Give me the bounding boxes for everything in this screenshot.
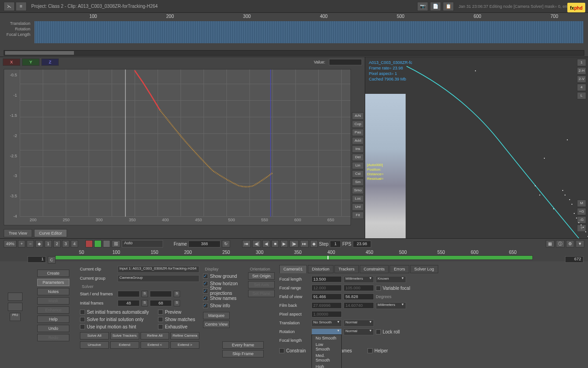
use-hint-check[interactable]: [80, 324, 85, 329]
parameters-button[interactable]: Parameters: [37, 279, 69, 286]
timeline-end[interactable]: 672: [565, 256, 583, 263]
btn-loc[interactable]: Loc: [352, 195, 364, 202]
dd-high-smooth[interactable]: High Smooth: [312, 363, 341, 368]
playhead[interactable]: [328, 256, 328, 259]
aspect-input[interactable]: [311, 311, 342, 317]
exhaustive-check[interactable]: [158, 324, 163, 329]
btn-unl[interactable]: Unl: [352, 203, 364, 211]
tab-trackers[interactable]: Trackers: [334, 265, 359, 273]
tab-camera01[interactable]: Camera01: [279, 265, 307, 273]
focal-input[interactable]: [311, 276, 342, 282]
vp-layout-4[interactable]: 4: [577, 84, 586, 91]
prj-icon[interactable]: PRJ: [10, 313, 21, 321]
set-auto-check[interactable]: [80, 310, 85, 315]
key-nav-icon[interactable]: ◆: [310, 240, 318, 247]
value-input[interactable]: [329, 59, 362, 65]
focal-known-dd[interactable]: Known: [376, 276, 406, 283]
enhance-button[interactable]: Enhance: [37, 306, 69, 314]
frame-input[interactable]: [188, 241, 220, 247]
focal-unit-dd[interactable]: Millimeters: [344, 276, 374, 283]
solve-all-button[interactable]: Solve All: [80, 332, 109, 339]
play-icon[interactable]: ▶: [280, 240, 288, 247]
vp-layout-2v[interactable]: 2-V: [577, 75, 586, 83]
chain-icon[interactable]: ⛓: [112, 240, 120, 247]
trans-smooth-dd[interactable]: No Smooth: [311, 320, 342, 327]
zoom-out-icon[interactable]: −: [27, 240, 34, 247]
vp-plus-g[interactable]: +G: [577, 208, 586, 215]
solve-trackers-button[interactable]: Solve Trackers: [110, 332, 139, 339]
btn-fit[interactable]: Fit: [352, 212, 364, 219]
show-info-check[interactable]: [203, 303, 208, 308]
tab-tree-view[interactable]: Tree View: [4, 229, 32, 237]
redo-button[interactable]: Redo: [37, 334, 69, 341]
btn-cop[interactable]: Cop: [352, 121, 364, 128]
doc-icon[interactable]: 📄: [430, 2, 441, 11]
go-start-icon[interactable]: ⏮: [242, 240, 251, 247]
refine-all-button[interactable]: Refine All: [141, 332, 170, 339]
film2-input[interactable]: [344, 302, 374, 309]
film1-input[interactable]: [311, 302, 342, 309]
undo-button[interactable]: Undo: [37, 325, 69, 332]
node-icon-2[interactable]: [8, 303, 23, 311]
tab-solver-log[interactable]: Solver Log: [410, 265, 438, 273]
auto-dropdown[interactable]: Auto: [122, 240, 163, 247]
range1-input[interactable]: [311, 285, 342, 291]
tab-errors[interactable]: Errors: [390, 265, 409, 273]
btn-add[interactable]: Add: [352, 137, 364, 144]
preview-check[interactable]: [158, 310, 163, 315]
notes-button[interactable]: Notes: [37, 288, 69, 295]
btn-pas[interactable]: Pas: [352, 129, 364, 136]
graph-mode-icon[interactable]: ⋋: [4, 2, 15, 11]
extend-button[interactable]: Extend: [110, 341, 139, 349]
tl-opt2-icon[interactable]: ⓘ: [556, 240, 565, 247]
constrain-check[interactable]: [279, 348, 284, 353]
initial2-input[interactable]: [150, 300, 172, 306]
c-button[interactable]: C: [48, 256, 56, 264]
create-button[interactable]: Create: [37, 270, 69, 277]
axis-z-button[interactable]: Z: [41, 58, 59, 66]
show-names-check[interactable]: [203, 296, 208, 301]
key-icon[interactable]: ◆: [35, 240, 43, 247]
show-proj-check[interactable]: [203, 288, 208, 293]
vp-layout-l[interactable]: L: [577, 92, 586, 99]
go-end-icon[interactable]: ⏭: [300, 240, 309, 247]
btn-smo[interactable]: Smo: [352, 187, 364, 194]
num-2[interactable]: 2: [53, 240, 61, 247]
rot-mode-dd[interactable]: Normal: [344, 328, 374, 335]
marquee-button[interactable]: Marquee: [203, 312, 230, 319]
dd-med-smooth[interactable]: Med. Smooth: [312, 352, 341, 363]
step-back-icon[interactable]: ◀|: [252, 240, 261, 247]
loop-icon[interactable]: ↻: [222, 240, 230, 247]
vp-m[interactable]: M: [577, 200, 586, 207]
viewport-3d[interactable]: A013_C003_0308ZR-fc Frame rate= 23.98 Pi…: [365, 57, 588, 238]
list-mode-icon[interactable]: ≡: [16, 2, 27, 11]
zoom-in-icon[interactable]: +: [18, 240, 25, 247]
tl-opt1-icon[interactable]: ▦: [546, 240, 554, 247]
refine-camera-button[interactable]: Refine Camera: [170, 332, 199, 339]
tab-constraints[interactable]: Constraints: [360, 265, 389, 273]
set-origin-button[interactable]: Set Origin: [248, 272, 275, 280]
num-4[interactable]: 4: [71, 240, 78, 247]
num-3[interactable]: 3: [62, 240, 69, 247]
end-frame-input[interactable]: [150, 291, 172, 297]
timeline-ruler[interactable]: 50100 150200 250300 350400 450500 550600…: [55, 250, 533, 261]
unsolve-button[interactable]: Unsolve: [80, 341, 109, 349]
initial1-input[interactable]: [118, 300, 140, 306]
color-gray-icon[interactable]: [103, 240, 110, 247]
dd-no-smooth[interactable]: No Smooth: [312, 335, 341, 341]
axis-x-button[interactable]: X: [3, 58, 20, 66]
btn-an[interactable]: A/N: [352, 112, 364, 120]
track-rows[interactable]: [34, 21, 583, 43]
skip-frame-button[interactable]: Skip Frame: [222, 350, 264, 357]
graph-canvas[interactable]: -0.5 -1 -1.5 -2 -2.5 -3 -3.5 -4 200 250 …: [4, 69, 351, 225]
set-axis-button[interactable]: Set Axis: [248, 281, 275, 288]
s-btn-1[interactable]: S: [141, 291, 148, 297]
fps-input[interactable]: [353, 241, 371, 247]
mask-button[interactable]: Mask: [37, 297, 69, 305]
tab-curve-editor[interactable]: Curve Editor: [34, 229, 67, 237]
matches-check[interactable]: [158, 317, 163, 322]
solve-initial-check[interactable]: [80, 317, 85, 322]
show-ground-check[interactable]: [203, 274, 208, 279]
current-clip-dropdown[interactable]: Input 1: A013_C003_0308ZR-forTracking-H2…: [118, 266, 199, 273]
var-focal-check[interactable]: [376, 286, 381, 291]
